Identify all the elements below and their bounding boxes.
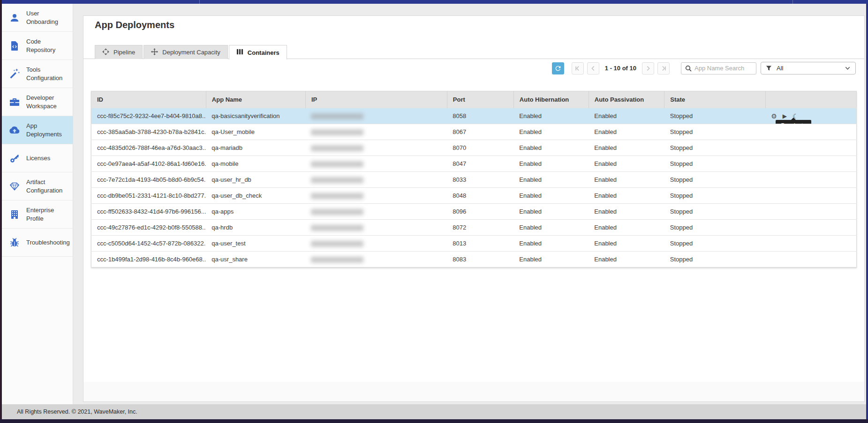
table-row[interactable]: ccc-db9be051-2331-4121-8c10-8bd277... qa…	[91, 188, 857, 204]
cell-id: ccc-c5050d64-1452-4c57-872b-086322...	[91, 236, 206, 252]
sidebar: User Onboarding Code Repository Tools Co…	[2, 4, 73, 404]
first-page-button[interactable]	[572, 62, 584, 74]
cell-auto-passivation: Enabled	[589, 140, 664, 156]
settings-gear-icon[interactable]: ⚙	[771, 113, 777, 119]
previous-page-button[interactable]	[587, 62, 599, 74]
ip-redacted-value	[311, 145, 363, 151]
cell-app-name: qa-user_hr_db	[206, 172, 305, 188]
cell-actions	[765, 188, 856, 204]
cell-id: ccc-db9be051-2331-4121-8c10-8bd277...	[91, 188, 206, 204]
app-name-search	[681, 62, 756, 74]
code-file-icon	[9, 40, 20, 52]
cell-actions: ⚙ ▶ ☾ Passivate	[765, 108, 856, 124]
cell-actions	[765, 124, 856, 140]
sidebar-item-troubleshooting[interactable]: Troubleshooting	[2, 229, 73, 257]
cell-port: 8048	[447, 188, 513, 204]
cell-state: Stopped	[664, 172, 765, 188]
sidebar-item-label: Enterprise Profile	[26, 206, 69, 223]
cell-auto-hibernation: Enabled	[513, 236, 589, 252]
sidebar-item-label: Troubleshooting	[26, 238, 70, 247]
sidebar-item-developer-workspace[interactable]: Developer Workspace	[2, 88, 73, 116]
tab-pipeline[interactable]: Pipeline	[95, 45, 143, 59]
next-page-button[interactable]	[642, 62, 654, 74]
refresh-button[interactable]	[552, 62, 564, 74]
chevron-down-icon	[845, 65, 851, 71]
table-row[interactable]: ccc-49c27876-ed1c-4292-b0f8-550588... qa…	[91, 220, 857, 236]
cell-actions	[765, 220, 856, 236]
cell-auto-hibernation: Enabled	[513, 172, 589, 188]
card-bottom-strip	[83, 382, 864, 401]
cell-state: Stopped	[664, 140, 765, 156]
search-icon	[685, 65, 692, 72]
cell-auto-hibernation: Enabled	[513, 252, 589, 267]
containers-table: ID App Name IP Port Auto Hibernation Aut…	[91, 91, 857, 267]
cell-auto-passivation: Enabled	[589, 124, 664, 140]
cell-actions	[765, 252, 856, 267]
sidebar-item-app-deployments[interactable]: App Deployments	[2, 116, 73, 144]
cell-app-name: qa-user_db_check	[206, 188, 305, 204]
cell-id: ccc-7e72c1da-4193-4b05-b8d0-6b9c54...	[91, 172, 206, 188]
sidebar-item-label: Developer Workspace	[26, 94, 57, 110]
key-icon	[9, 153, 20, 164]
sidebar-item-label: User Onboarding	[26, 9, 58, 26]
table-row[interactable]: ccc-7e72c1da-4193-4b05-b8d0-6b9c54... qa…	[91, 172, 857, 188]
search-input[interactable]	[694, 65, 752, 72]
sidebar-item-enterprise-profile[interactable]: Enterprise Profile	[2, 200, 73, 229]
sidebar-item-label: Code Repository	[26, 37, 55, 54]
cell-port: 8067	[447, 124, 513, 140]
refresh-icon	[554, 65, 562, 72]
sidebar-item-user-onboarding[interactable]: User Onboarding	[2, 4, 73, 32]
last-page-button[interactable]	[657, 62, 670, 74]
table-row[interactable]: ccc-385aa5ab-3788-4230-b78a-b2841c... qa…	[91, 124, 857, 140]
first-page-icon	[575, 66, 581, 71]
sidebar-item-tools-configuration[interactable]: Tools Configuration	[2, 60, 73, 88]
cell-ip	[305, 252, 447, 267]
cell-actions	[765, 140, 856, 156]
table-header: ID App Name IP Port Auto Hibernation Aut…	[91, 91, 857, 108]
table-row[interactable]: ccc-0e97aea4-a5af-4102-86a1-fd60e16... q…	[91, 156, 857, 172]
sidebar-item-licenses[interactable]: Licenses	[2, 144, 73, 172]
table-row[interactable]: ccc-c5050d64-1452-4c57-872b-086322... qa…	[91, 236, 857, 252]
column-header-actions	[765, 91, 856, 108]
cell-id: ccc-1b499fa1-2d98-416b-8c4b-960e68...	[91, 252, 206, 267]
sidebar-item-label: App Deployments	[26, 122, 62, 138]
table-row[interactable]: ccc-4835d026-788f-46ea-a76d-30aac3... qa…	[91, 140, 857, 156]
cell-state: Stopped	[664, 236, 765, 252]
sidebar-item-artifact-configuration[interactable]: Artifact Configuration	[2, 172, 73, 200]
cell-auto-hibernation: Enabled	[513, 140, 589, 156]
cell-app-name: qa-usr_share	[206, 252, 305, 267]
footer-bar: All Rights Reserved. © 2021, WaveMaker, …	[0, 404, 868, 419]
ip-redacted-value	[311, 129, 363, 135]
cell-auto-hibernation: Enabled	[513, 124, 589, 140]
cell-id: ccc-385aa5ab-3788-4230-b78a-b2841c...	[91, 124, 206, 140]
column-header-auto-passivation: Auto Passivation	[589, 91, 664, 108]
start-play-icon[interactable]: ▶	[783, 113, 787, 119]
state-filter-select[interactable]: All	[761, 62, 856, 74]
cell-port: 8096	[447, 204, 513, 220]
move-arrows-icon	[151, 48, 158, 57]
magic-wand-icon	[9, 68, 20, 80]
cell-state: Stopped	[664, 220, 765, 236]
cell-auto-hibernation: Enabled	[513, 108, 589, 124]
cell-actions	[765, 156, 856, 172]
topbar-divider	[793, 0, 793, 4]
cell-id: ccc-ff502633-8432-41d4-97b6-996156...	[91, 204, 206, 220]
cell-auto-passivation: Enabled	[589, 188, 664, 204]
cell-state: Stopped	[664, 252, 765, 267]
sidebar-item-code-repository[interactable]: Code Repository	[2, 32, 73, 60]
tab-label: Pipeline	[113, 49, 135, 56]
cell-auto-passivation: Enabled	[589, 156, 664, 172]
table-row[interactable]: ccc-1b499fa1-2d98-416b-8c4b-960e68... qa…	[91, 252, 857, 267]
table-row[interactable]: ccc-f85c75c2-9232-4ee7-b404-9810a8... qa…	[91, 108, 857, 124]
cell-ip	[305, 220, 447, 236]
tab-deployment-capacity[interactable]: Deployment Capacity	[143, 45, 228, 59]
table-row[interactable]: ccc-ff502633-8432-41d4-97b6-996156... qa…	[91, 204, 857, 220]
table-toolbar: 1 - 10 of 10 All	[552, 62, 856, 74]
pagination-range-label: 1 - 10 of 10	[605, 65, 636, 72]
cell-app-name: qa-mariadb	[206, 140, 305, 156]
cell-id: ccc-49c27876-ed1c-4292-b0f8-550588...	[91, 220, 206, 236]
cell-actions	[765, 172, 856, 188]
ip-redacted-value	[311, 225, 363, 231]
tab-containers[interactable]: Containers	[229, 45, 287, 59]
sidebar-item-label: Tools Configuration	[26, 66, 62, 82]
